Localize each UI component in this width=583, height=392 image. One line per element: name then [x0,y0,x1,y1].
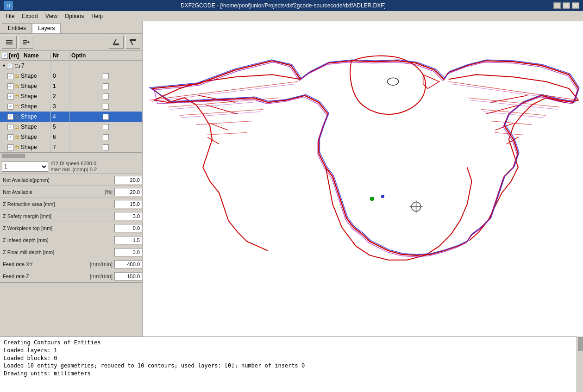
tree-row[interactable]: 🗀 Shape 2 [0,91,142,101]
root-opt-cell [69,61,142,71]
prop-value-7[interactable] [114,260,142,268]
row-checkbox-5[interactable] [7,124,13,130]
prop-label-1: Not Available [0,189,103,195]
svg-line-27 [451,84,576,101]
prop-row: Not Available [%] [0,186,142,198]
row-name-cell-5: 🗀 Shape [0,122,51,132]
scrollbar-thumb[interactable] [2,154,25,158]
row-opt-checkbox-3[interactable] [103,104,109,110]
tree-row[interactable]: 🗀 Shape 6 [0,132,142,142]
move-up-button[interactable] [109,36,124,49]
move-down-button[interactable] [125,36,140,49]
menu-item-file[interactable]: File [2,12,18,20]
tree-row[interactable]: 🗀 Shape 3 [0,101,142,112]
tree-root-row[interactable]: ▼ 🗀 7 [0,61,142,71]
align-all-button[interactable] [2,36,17,49]
prop-unit-1: [%] [103,189,114,195]
row-checkbox-3[interactable] [7,104,13,110]
row-name-cell-6: 🗀 Shape [0,132,51,142]
content-area: Entities Layers [0,21,583,336]
row-nr-cell-1: 1 [51,81,69,91]
root-nr-cell [51,61,69,71]
log-line: Loaded layers: 1 [4,347,573,355]
row-nr-cell-4: 4 [51,112,69,122]
menu-item-help[interactable]: Help [88,12,107,20]
row-name-5: Shape [21,124,37,130]
tree-row[interactable]: 🗀 Shape 0 [0,71,142,81]
row-name-cell-0: 🗀 Shape [0,71,51,81]
row-opt-checkbox-2[interactable] [103,93,109,100]
app-icon: D [4,1,13,10]
prop-value-6[interactable] [114,248,142,256]
row-name-3: Shape [21,103,37,110]
menu-item-view[interactable]: View [42,12,61,20]
prop-value-4[interactable] [114,224,142,232]
row-folder-icon-2: 🗀 [14,93,20,100]
header-name-text: [en] [9,52,19,59]
row-opt-checkbox-1[interactable] [103,83,109,89]
prop-label-6: Z Final mill depth [mm] [0,249,114,255]
tree-row[interactable]: 🗀 Shape 4 [0,112,142,122]
tree-row[interactable]: 🗀 Shape 5 [0,122,142,132]
row-checkbox-1[interactable] [7,83,13,89]
row-opt-checkbox-5[interactable] [103,124,109,130]
prop-value-0[interactable] [114,176,142,184]
svg-line-25 [196,121,253,124]
row-name-cell-1: 🗀 Shape [0,81,51,91]
tree-header: [en] Name Nr Optin [0,51,142,61]
row-opt-checkbox-6[interactable] [103,134,109,140]
row-name-0: Shape [21,73,37,79]
tab-entities[interactable]: Entities [2,23,32,33]
tree-row[interactable]: 🗀 Shape 7 [0,142,142,152]
svg-point-34 [382,195,384,198]
prop-value-8[interactable] [114,272,142,280]
row-nr-cell-5: 5 [51,122,69,132]
row-name-1: Shape [21,83,37,89]
prop-row: Z Final mill depth [mm] [0,246,142,258]
prop-value-5[interactable] [114,236,142,244]
prop-row: Z Safety margin [mm] [0,210,142,222]
menubar: FileExportViewOptionsHelp [0,11,583,21]
header-options: Optin [69,52,142,59]
shape-rows: 🗀 Shape 0 🗀 Shape 1 🗀 Shape 2 🗀 [0,71,142,152]
row-checkbox-4[interactable] [7,114,13,120]
row-checkbox-0[interactable] [7,73,13,79]
root-name-cell: ▼ 🗀 7 [0,61,51,71]
log-line: Creating Contours of Entities [4,339,573,347]
log-line: Loaded 10 entity geometries; reduced to … [4,362,573,370]
row-checkbox-6[interactable] [7,134,13,140]
root-checkbox[interactable] [7,63,13,69]
row-opt-checkbox-7[interactable] [103,144,109,150]
row-opt-checkbox-0[interactable] [103,73,109,79]
header-name-col: Name [24,52,39,59]
prop-value-2[interactable] [114,200,142,208]
close-button[interactable]: ✕ [572,2,579,9]
tree-row[interactable]: 🗀 Shape 1 [0,81,142,91]
row-name-cell-2: 🗀 Shape [0,91,51,101]
row-folder-icon-5: 🗀 [14,124,20,130]
prop-label-3: Z Safety margin [mm] [0,213,114,219]
tab-layers[interactable]: Layers [32,23,61,33]
log-scrollbar-thumb[interactable] [578,337,583,351]
tabs: Entities Layers [0,21,142,34]
prop-select[interactable]: 1 2 3 [2,162,48,172]
log-scrollbar[interactable] [577,336,583,392]
prop-label-5: Z Infeed depth [mm] [0,237,114,243]
canvas-area[interactable] [143,21,583,336]
row-opt-checkbox-4[interactable] [103,114,109,120]
minimize-button[interactable]: − [553,2,561,9]
prop-value-1[interactable] [114,188,142,196]
prop-value-3[interactable] [114,212,142,220]
svg-point-33 [370,197,374,201]
root-folder-icon: 🗀 [14,62,20,69]
row-checkbox-2[interactable] [7,93,13,100]
maximize-button[interactable]: □ [563,2,570,9]
h-scrollbar[interactable] [0,152,142,159]
header-checkbox[interactable] [2,53,8,59]
align-button[interactable] [19,36,33,49]
row-checkbox-7[interactable] [7,144,13,150]
menu-item-options[interactable]: Options [61,12,88,20]
properties-panel: 1 2 3 ∅2.0/ speed 6000.0 start rad. (com… [0,159,142,283]
menu-item-export[interactable]: Export [18,12,42,20]
row-opt-cell-0 [69,71,142,81]
